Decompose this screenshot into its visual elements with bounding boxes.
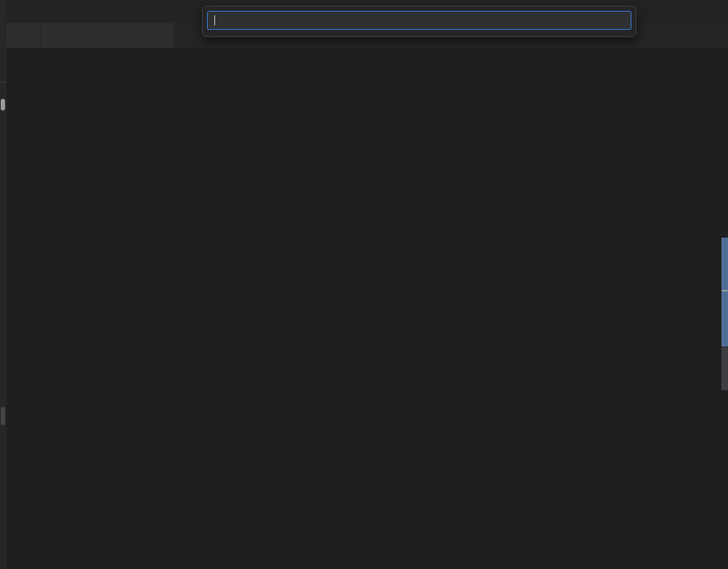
gutter-scroll-pill-faint bbox=[1, 407, 5, 425]
arrow-down-icon bbox=[47, 30, 59, 41]
nextflow-logo-icon bbox=[20, 52, 31, 62]
quick-open-input[interactable] bbox=[207, 11, 631, 30]
symbol-module-icon bbox=[43, 52, 53, 62]
breadcrumb bbox=[7, 48, 728, 65]
gutter-scroll-pill[interactable] bbox=[1, 99, 5, 110]
code-editor[interactable] bbox=[7, 65, 728, 569]
vscode-window: ·· bbox=[0, 0, 728, 569]
scrollbar-slider[interactable] bbox=[721, 238, 728, 347]
scrollbar-block bbox=[721, 347, 728, 390]
gutter-dots: ·· bbox=[0, 78, 7, 86]
tab-syntax-showcase[interactable] bbox=[7, 23, 41, 48]
quick-open-dialog bbox=[202, 6, 636, 37]
tab-ide-features[interactable] bbox=[41, 23, 174, 48]
nextflow-logo-icon bbox=[13, 30, 25, 41]
left-gutter-strip: ·· bbox=[0, 0, 7, 569]
text-caret bbox=[214, 15, 215, 25]
overview-ruler-mark bbox=[721, 290, 728, 291]
split-editor-icon[interactable] bbox=[696, 30, 708, 41]
